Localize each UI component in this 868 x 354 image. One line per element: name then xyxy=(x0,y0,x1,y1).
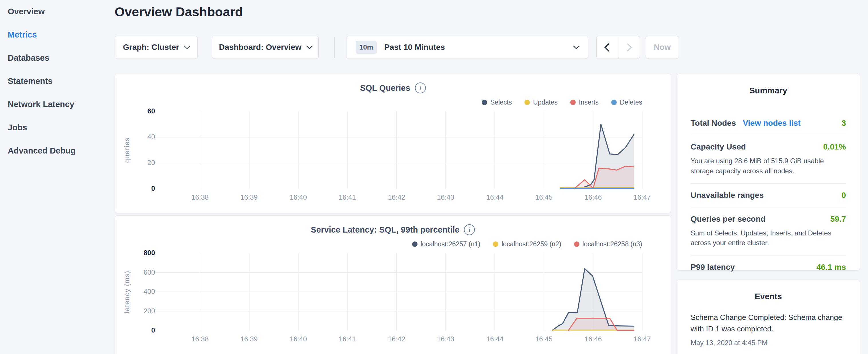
legend-item: Updates xyxy=(524,99,558,106)
y-tick-label: 600 xyxy=(125,268,155,277)
dashboard-dropdown[interactable]: Dashboard: Overview xyxy=(212,36,319,58)
summary-row-unavailable-ranges: Unavailable ranges 0 xyxy=(691,184,846,207)
chart-plot-sql-queries[interactable]: queries 020406016:3816:3916:4016:4116:42… xyxy=(161,111,642,189)
chart-title: Service Latency: SQL, 99th percentile xyxy=(311,225,460,234)
sidebar-item-overview[interactable]: Overview xyxy=(0,0,115,23)
legend-dot-icon xyxy=(482,100,487,105)
chevron-right-icon xyxy=(624,43,632,52)
summary-row-queries-per-second: Queries per second 59.7 Sum of Selects, … xyxy=(691,207,846,256)
chevron-down-icon xyxy=(306,43,313,50)
summary-label: P99 latency xyxy=(691,263,735,272)
legend-dot-icon xyxy=(493,242,498,247)
graph-scope-dropdown[interactable]: Graph: Cluster xyxy=(115,36,198,58)
chart-svg xyxy=(161,111,642,189)
time-step-forward-button[interactable] xyxy=(618,36,640,58)
summary-description: Sum of Selects, Updates, Inserts, and De… xyxy=(691,228,846,248)
x-tick-label: 16:46 xyxy=(573,335,613,343)
event-item[interactable]: Schema Change Completed: Schema change w… xyxy=(691,312,846,347)
x-tick-label: 16:46 xyxy=(573,193,613,201)
summary-value: 46.1 ms xyxy=(816,263,846,272)
x-tick-label: 16:44 xyxy=(475,335,515,343)
x-tick-label: 16:45 xyxy=(524,193,564,201)
summary-label: Total Nodes xyxy=(691,119,736,128)
x-tick-label: 16:40 xyxy=(278,193,318,201)
sidebar-item-advanced-debug[interactable]: Advanced Debug xyxy=(0,139,115,162)
info-icon[interactable]: i xyxy=(415,83,426,93)
graph-scope-dropdown-label: Graph: Cluster xyxy=(123,43,179,52)
sidebar-item-statements[interactable]: Statements xyxy=(0,70,115,93)
y-tick-label: 0 xyxy=(125,185,155,192)
x-tick-label: 16:38 xyxy=(180,335,220,343)
now-button[interactable]: Now xyxy=(646,36,679,58)
summary-value: 0 xyxy=(841,191,846,200)
y-tick-label: 800 xyxy=(125,249,155,257)
sidebar-item-databases[interactable]: Databases xyxy=(0,46,115,70)
x-tick-label: 16:45 xyxy=(524,335,564,343)
summary-row-p99-latency: P99 latency 46.1 ms xyxy=(691,255,846,279)
x-tick-label: 16:40 xyxy=(278,335,318,343)
event-timestamp: May 13, 2020 at 4:45 PM xyxy=(691,339,846,347)
chart-legend: SelectsUpdatesInsertsDeletes xyxy=(482,99,642,106)
summary-panel: Summary Total Nodes View nodes list 3 Ca… xyxy=(677,74,860,271)
y-tick-label: 60 xyxy=(125,107,155,115)
summary-value: 0.01% xyxy=(823,142,846,152)
legend-item: Deletes xyxy=(611,99,642,106)
x-tick-label: 16:42 xyxy=(376,193,417,201)
legend-dot-icon xyxy=(524,100,530,105)
summary-row-total-nodes: Total Nodes View nodes list 3 xyxy=(691,111,846,135)
chart-title: SQL Queries xyxy=(360,83,410,93)
summary-label: Unavailable ranges xyxy=(691,191,764,200)
time-range-dropdown[interactable]: 10m Past 10 Minutes xyxy=(346,36,588,58)
events-panel: Events Schema Change Completed: Schema c… xyxy=(677,280,860,354)
legend-dot-icon xyxy=(412,242,417,247)
legend-dot-icon xyxy=(574,242,580,247)
sidebar: Overview Metrics Databases Statements Ne… xyxy=(0,0,115,354)
chart-svg xyxy=(161,253,642,330)
time-step-buttons xyxy=(596,36,640,58)
dashboard-dropdown-label: Dashboard: Overview xyxy=(219,43,302,52)
y-tick-label: 40 xyxy=(125,133,155,141)
view-nodes-list-link[interactable]: View nodes list xyxy=(743,119,801,128)
chevron-down-icon xyxy=(573,43,580,50)
x-tick-label: 16:39 xyxy=(229,193,269,201)
legend-dot-icon xyxy=(611,100,617,105)
x-tick-label: 16:47 xyxy=(622,193,662,201)
y-tick-label: 400 xyxy=(125,288,155,296)
x-tick-label: 16:42 xyxy=(376,335,417,343)
legend-dot-icon xyxy=(570,100,576,105)
x-tick-label: 16:43 xyxy=(426,193,466,201)
y-tick-label: 20 xyxy=(125,159,155,167)
legend-item: localhost:26259 (n2) xyxy=(493,240,561,248)
db-console-app: Overview Metrics Databases Statements Ne… xyxy=(0,0,868,354)
y-tick-label: 0 xyxy=(125,326,155,334)
legend-item: Selects xyxy=(482,99,512,106)
chevron-left-icon xyxy=(604,43,613,52)
summary-label: Capacity Used xyxy=(691,142,746,152)
event-message: Schema Change Completed: Schema change w… xyxy=(691,312,846,335)
summary-row-capacity-used: Capacity Used 0.01% You are using 28.6 M… xyxy=(691,135,846,184)
sidebar-item-jobs[interactable]: Jobs xyxy=(0,116,115,139)
chevron-down-icon xyxy=(184,43,191,50)
summary-value: 3 xyxy=(841,119,846,128)
x-tick-label: 16:44 xyxy=(475,193,515,201)
info-icon[interactable]: i xyxy=(464,224,475,235)
y-tick-label: 200 xyxy=(125,307,155,315)
x-tick-label: 16:47 xyxy=(622,335,662,343)
legend-item: Inserts xyxy=(570,99,599,106)
chart-legend: localhost:26257 (n1)localhost:26259 (n2)… xyxy=(412,240,642,248)
chart-plot-service-latency[interactable]: latency (ms) 020040060080016:3816:3916:4… xyxy=(161,253,642,330)
summary-label: Queries per second xyxy=(691,215,766,224)
now-button-label: Now xyxy=(654,43,671,52)
time-range-badge: 10m xyxy=(355,41,377,54)
events-title: Events xyxy=(677,280,860,301)
summary-description: You are using 28.6 MiB of 515.9 GiB usab… xyxy=(691,156,846,176)
sidebar-item-network-latency[interactable]: Network Latency xyxy=(0,93,115,116)
legend-item: localhost:26258 (n3) xyxy=(574,240,642,248)
time-step-back-button[interactable] xyxy=(597,36,618,58)
x-tick-label: 16:41 xyxy=(327,193,367,201)
summary-title: Summary xyxy=(677,74,860,95)
x-tick-label: 16:39 xyxy=(229,335,269,343)
sidebar-item-metrics[interactable]: Metrics xyxy=(0,23,115,46)
x-tick-label: 16:43 xyxy=(426,335,466,343)
page-title: Overview Dashboard xyxy=(115,5,243,20)
